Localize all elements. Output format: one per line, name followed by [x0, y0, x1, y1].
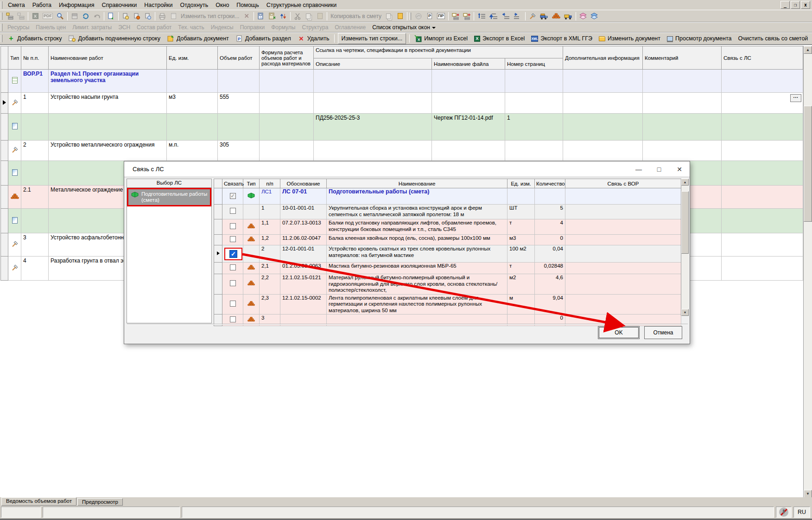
undo-icon[interactable]: [91, 11, 102, 21]
ls-chooser-selected-item[interactable]: Подготовительные работы (смета): [127, 188, 211, 206]
menu-pomosch[interactable]: Помощь: [233, 1, 262, 9]
pdf-icon[interactable]: PDF: [41, 11, 55, 21]
menu-nastroyki[interactable]: Настройки: [140, 1, 176, 9]
excel-icon[interactable]: X: [30, 11, 41, 21]
open-windows-dropdown[interactable]: Список открытых окон: [369, 23, 439, 32]
move-right-icon[interactable]: [512, 11, 524, 21]
ls-link-browse-button[interactable]: ···: [790, 94, 801, 102]
add-section-button[interactable]: РДобавить раздел: [232, 33, 294, 44]
panel-popravki[interactable]: Поправки: [237, 23, 268, 32]
tree-expand-icon[interactable]: [461, 11, 472, 21]
row-type-material-icon[interactable]: [131, 11, 142, 21]
preview-icon[interactable]: [168, 11, 179, 21]
dialog-vertical-scrollbar[interactable]: ▲ ▼: [681, 179, 689, 316]
change-row-type-button[interactable]: Изменить тип строки...: [338, 33, 406, 44]
panel-indeksy[interactable]: Индексы: [208, 23, 237, 32]
ok-button[interactable]: OK: [598, 326, 640, 339]
toolbar-grip[interactable]: [410, 13, 411, 20]
export-excel-button[interactable]: XЭкспорт в Excel: [471, 33, 528, 44]
delivery-truck-icon[interactable]: [562, 11, 574, 21]
link-checkbox[interactable]: [230, 236, 236, 242]
refresh-icon[interactable]: [80, 11, 91, 21]
menu-otdohnut[interactable]: Отдохнуть: [177, 1, 212, 9]
link-checkbox[interactable]: [230, 280, 236, 286]
move-left-icon[interactable]: [500, 11, 512, 21]
row-type-work-icon[interactable]: [120, 11, 131, 21]
language-indicator[interactable]: RU: [793, 507, 810, 518]
scroll-down-arrow[interactable]: ▼: [681, 309, 689, 316]
save-icon[interactable]: [69, 11, 80, 21]
panel-panel-cen[interactable]: Панель цен: [32, 23, 69, 32]
structure-tree-icon[interactable]: [4, 11, 15, 21]
dialog-close-button[interactable]: ✕: [669, 162, 690, 176]
menu-spravochniki[interactable]: Справочники: [98, 1, 141, 9]
paste-to-estimate-icon[interactable]: [394, 11, 406, 21]
layers-blue-icon[interactable]: [589, 11, 600, 21]
structure-subtree-icon[interactable]: [15, 11, 26, 21]
add-row-button[interactable]: +Добавить строку: [4, 33, 65, 44]
scroll-thumb[interactable]: [681, 191, 689, 254]
menu-okno[interactable]: Окно: [212, 1, 233, 9]
machine-truck-icon[interactable]: [538, 11, 550, 21]
link-checkbox-checked-disabled[interactable]: ✓: [230, 193, 236, 199]
window-restore-button[interactable]: ❐: [791, 1, 800, 9]
clear-link-button[interactable]: Очистить связь со сметой: [735, 33, 812, 44]
renumber-icon[interactable]: [106, 11, 117, 21]
link-checkbox[interactable]: [230, 316, 236, 322]
link-checkbox[interactable]: [230, 301, 236, 307]
move-up-icon[interactable]: [488, 11, 500, 21]
toolbar-grip[interactable]: [1, 24, 2, 31]
panel-sostav-rabot[interactable]: Состав работ: [133, 23, 175, 32]
export-xml-button[interactable]: XMLЭкспорт в XML ГГЭ: [528, 33, 596, 44]
link-checkbox[interactable]: [230, 208, 236, 214]
view-document-button[interactable]: Просмотр документа: [664, 33, 735, 44]
cancel-button[interactable]: Отмена: [644, 326, 682, 339]
dialog-title-bar[interactable]: Связь с ЛС — □ ✕: [124, 161, 690, 177]
scroll-thumb[interactable]: [804, 106, 812, 222]
sort-updown-icon[interactable]: [278, 11, 289, 21]
search-icon[interactable]: [55, 11, 66, 21]
scroll-up-arrow[interactable]: ▲: [681, 179, 689, 186]
link-checkbox-checked[interactable]: ✓: [229, 250, 237, 258]
main-vertical-scrollbar[interactable]: ▲ ▼: [803, 46, 812, 498]
cut-icon[interactable]: [292, 11, 303, 21]
panel-limit-zatraty[interactable]: Лимит. затраты: [69, 23, 115, 32]
delete-button[interactable]: ✕Удалить: [294, 33, 333, 44]
edit-document-button[interactable]: Изменить документ: [596, 33, 664, 44]
panel-formuly[interactable]: Формулы: [268, 23, 298, 32]
panel-esn[interactable]: ЭСН: [115, 23, 133, 32]
window-minimize-button[interactable]: _: [780, 1, 790, 9]
window-close-button[interactable]: x: [801, 1, 810, 9]
dialog-minimize-button[interactable]: —: [628, 162, 649, 176]
material-bricks-icon[interactable]: [550, 11, 562, 21]
scroll-down-arrow[interactable]: ▼: [804, 490, 812, 498]
fill-coefficients-icon[interactable]: [413, 11, 424, 21]
tree-collapse-icon[interactable]: [450, 11, 461, 21]
tab-vedomost[interactable]: Ведомость объемов работ: [1, 497, 76, 506]
move-up-level-icon[interactable]: [476, 11, 488, 21]
copy-to-estimate-icon[interactable]: [383, 11, 394, 21]
add-document-button[interactable]: Добавить документ: [164, 33, 232, 44]
page-pr-icon[interactable]: ПР: [435, 11, 446, 21]
toolbar-grip[interactable]: [1, 35, 2, 42]
panel-resursy[interactable]: Ресурсы: [4, 23, 32, 32]
page-p-icon[interactable]: Р: [424, 11, 435, 21]
menu-strukturnye[interactable]: Структурные справочники: [263, 1, 341, 9]
link-checkbox[interactable]: [230, 264, 236, 270]
calc-totals-icon[interactable]: [266, 11, 278, 21]
layers-pink-icon[interactable]: [577, 11, 589, 21]
tab-predprosmotr[interactable]: Предпросмотр: [77, 498, 123, 506]
print-icon[interactable]: [157, 11, 168, 21]
dialog-maximize-button[interactable]: □: [649, 162, 669, 176]
scroll-up-arrow[interactable]: ▲: [804, 46, 812, 54]
panel-oglavlenie[interactable]: Оглавление: [331, 23, 369, 32]
menu-rabota[interactable]: Работа: [29, 1, 55, 9]
import-excel-button[interactable]: XИмпорт из Excel: [411, 33, 471, 44]
calc-resources-icon[interactable]: [255, 11, 266, 21]
panel-teh-chast[interactable]: Тех. часть: [175, 23, 207, 32]
paste-icon[interactable]: [314, 11, 325, 21]
menu-smeta[interactable]: Смета: [4, 1, 29, 9]
link-checkbox[interactable]: [230, 223, 236, 229]
toolbar-grip[interactable]: [1, 1, 2, 9]
copy-icon[interactable]: [303, 11, 314, 21]
